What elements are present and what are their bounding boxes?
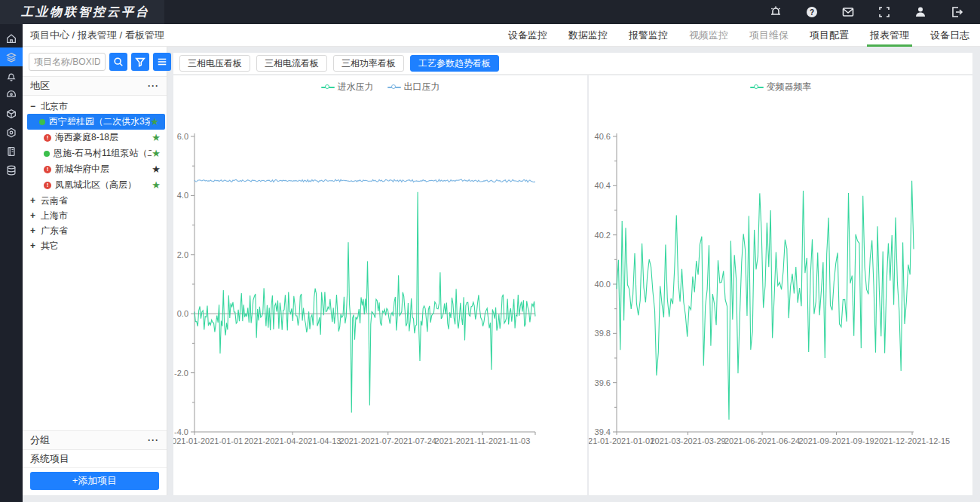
tree-province-北京市[interactable]: −北京市 (23, 99, 167, 114)
nav-item-项目维保[interactable]: 项目维保 (749, 24, 789, 47)
home-icon (5, 32, 17, 44)
legend-item-变频器频率[interactable]: 变频器频率 (750, 81, 812, 93)
charts-row: 进水压力出口压力 6.04.02.00.0-2.0-4.02021-2021-0… (173, 75, 972, 495)
help-icon[interactable]: ? (805, 5, 819, 19)
svg-text:2021-12-2021-12-15: 2021-12-2021-12-15 (874, 436, 950, 445)
expand-icon[interactable]: + (30, 195, 41, 206)
rail-item-bell[interactable] (0, 66, 23, 85)
legend-item-出口压力[interactable]: 出口压力 (387, 81, 440, 93)
system-project-item[interactable]: 系统项目 (23, 450, 167, 468)
favorite-star-icon[interactable]: ★ (152, 179, 167, 191)
add-project-button[interactable]: +添加项目 (30, 472, 159, 490)
search-input[interactable] (29, 53, 106, 71)
app-header: 工业物联智控云平台 ? (0, 0, 980, 24)
svg-text:4.0: 4.0 (177, 191, 188, 200)
group-section-header: 分组 ··· (23, 430, 167, 450)
alarm-icon: ! (44, 182, 51, 189)
alarm-light-icon[interactable] (769, 5, 782, 19)
legend-line-circle-icon (750, 84, 764, 90)
dashboard-tabs: 三相电压看板三相电流看板三相功率看板工艺参数趋势看板 (173, 53, 972, 75)
nav-item-项目配置[interactable]: 项目配置 (810, 24, 849, 47)
svg-text:6.0: 6.0 (177, 132, 188, 141)
tab-工艺参数趋势看板[interactable]: 工艺参数趋势看板 (410, 55, 499, 72)
svg-text:2021-01-2021-01-01: 2021-01-2021-01-01 (589, 436, 654, 445)
rail-item-notebook[interactable] (0, 142, 23, 161)
menu-button[interactable] (153, 53, 171, 71)
svg-text:39.4: 39.4 (595, 427, 611, 436)
nav-item-设备监控[interactable]: 设备监控 (508, 24, 547, 47)
legend-label: 变频器频率 (767, 81, 812, 93)
nav-item-报警监控[interactable]: 报警监控 (629, 24, 668, 47)
layers-icon (5, 51, 17, 63)
rail-item-home[interactable] (0, 29, 23, 47)
tab-三相功率看板[interactable]: 三相功率看板 (333, 55, 404, 72)
nav-item-视频监控[interactable]: 视频监控 (689, 24, 728, 47)
tree-site-item[interactable]: 恩施-石马村11组泵站（二次供水）★ (27, 145, 167, 161)
region-header-label: 地区 (30, 79, 50, 93)
tree-province-其它[interactable]: +其它 (23, 238, 167, 253)
main-content: 三相电压看板三相电流看板三相功率看板工艺参数趋势看板 进水压力出口压力 6.04… (173, 53, 972, 495)
rail-item-camera[interactable] (0, 85, 23, 104)
group-more-button[interactable]: ··· (148, 435, 159, 445)
tree-province-上海市[interactable]: +上海市 (23, 208, 167, 223)
svg-text:2021-2021-04-2021-04-13: 2021-2021-04-2021-04-13 (244, 436, 341, 445)
nav-item-设备日志[interactable]: 设备日志 (930, 24, 969, 47)
svg-text:-2.0: -2.0 (174, 369, 188, 378)
logout-icon[interactable] (950, 5, 963, 19)
filter-button[interactable] (131, 53, 149, 71)
expand-icon[interactable]: + (30, 210, 41, 221)
hexagon-icon (5, 127, 17, 139)
top-nav: 设备监控数据监控报警监控视频监控项目维保项目配置报表管理设备日志 (508, 24, 969, 47)
legend-label: 进水压力 (338, 81, 374, 93)
svg-text:39.8: 39.8 (595, 329, 611, 338)
project-sidebar: 地区 ··· −北京市西宁碧桂园（二次供水3泵）★!海西豪庭8-18层★恩施-石… (23, 47, 167, 495)
expand-icon[interactable]: + (30, 225, 41, 236)
tree-province-广东省[interactable]: +广东省 (23, 223, 167, 238)
svg-text:40.6: 40.6 (595, 132, 611, 141)
favorite-star-icon[interactable]: ★ (152, 132, 167, 143)
fullscreen-icon[interactable] (877, 5, 891, 19)
group-header-label: 分组 (30, 433, 50, 447)
nav-item-报表管理[interactable]: 报表管理 (870, 24, 909, 47)
tree-site-item[interactable]: !新城华府中层★ (27, 161, 167, 177)
tree-site-item[interactable]: !海西豪庭8-18层★ (27, 130, 167, 145)
favorite-star-icon[interactable]: ★ (152, 148, 167, 159)
rail-item-hexagon[interactable] (0, 123, 23, 142)
online-dot-icon (39, 119, 45, 125)
svg-text:?: ? (810, 8, 814, 17)
tree-province-云南省[interactable]: +云南省 (23, 193, 167, 208)
search-icon (113, 57, 124, 67)
svg-text:2021-2021-01-2021-01-01: 2021-2021-01-2021-01-01 (173, 436, 243, 445)
svg-text:2021-2021-07-2021-07-24: 2021-2021-07-2021-07-24 (340, 436, 436, 445)
svg-text:40.4: 40.4 (595, 181, 611, 190)
rail-item-layers[interactable] (0, 47, 23, 66)
rail-item-database[interactable] (0, 161, 23, 179)
chart-legend: 变频器频率 (589, 81, 972, 93)
rail-item-package[interactable] (0, 104, 23, 123)
tab-三相电压看板[interactable]: 三相电压看板 (179, 55, 250, 72)
svg-text:2021-09-2021-09-19: 2021-09-2021-09-19 (798, 436, 874, 445)
legend-item-进水压力[interactable]: 进水压力 (321, 81, 374, 93)
mail-icon[interactable] (841, 5, 855, 19)
tab-三相电流看板[interactable]: 三相电流看板 (256, 55, 327, 72)
tree-site-item[interactable]: !凤凰城北区（高层）★ (27, 177, 167, 193)
search-button[interactable] (109, 53, 127, 71)
favorite-star-icon[interactable]: ★ (152, 164, 167, 175)
svg-text:2021-2021-11-2021-11-03: 2021-2021-11-2021-11-03 (435, 436, 531, 445)
expand-icon[interactable]: + (30, 240, 41, 251)
pressure-chart-canvas[interactable]: 6.04.02.00.0-2.0-4.02021-2021-01-2021-01… (173, 75, 587, 494)
province-label: 云南省 (41, 194, 68, 207)
collapse-icon[interactable]: − (30, 101, 41, 112)
nav-item-数据监控[interactable]: 数据监控 (568, 24, 608, 47)
legend-line-circle-icon (387, 84, 401, 90)
tree-site-item[interactable]: 西宁碧桂园（二次供水3泵）★ (27, 114, 165, 130)
online-dot-icon (44, 151, 50, 157)
user-icon[interactable] (914, 5, 927, 19)
pressure-trend-chart: 进水压力出口压力 6.04.02.00.0-2.0-4.02021-2021-0… (173, 75, 587, 495)
region-more-button[interactable]: ··· (148, 81, 159, 91)
package-icon (5, 108, 17, 120)
site-label: 西宁碧桂园（二次供水3泵） (49, 115, 150, 128)
svg-text:2021-03-2021-03-29: 2021-03-2021-03-29 (650, 436, 725, 445)
frequency-chart-canvas[interactable]: 40.640.440.240.039.839.639.42021-01-2021… (589, 75, 972, 494)
favorite-star-icon[interactable]: ★ (150, 116, 165, 127)
